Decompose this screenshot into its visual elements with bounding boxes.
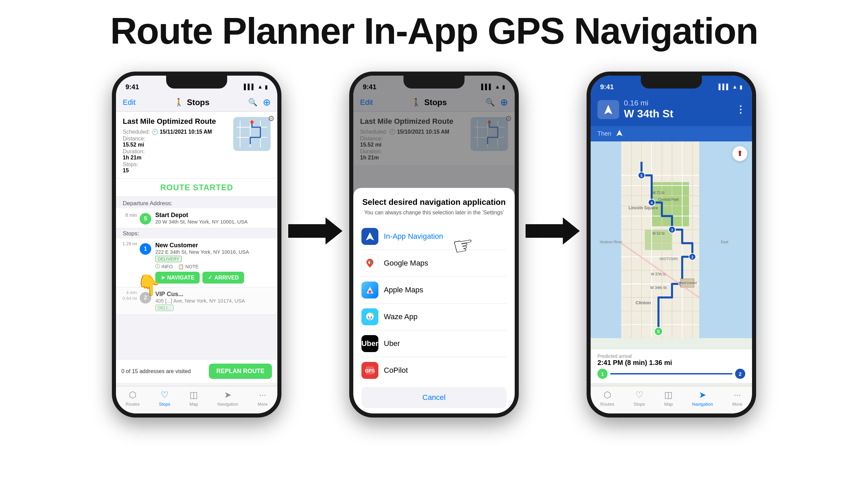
copilot-label: CoPilot bbox=[384, 366, 408, 375]
route-started-banner: ROUTE STARTED bbox=[116, 179, 277, 197]
nav-bottom-info: Predicted arrival 2:41 PM (8 min) 1.36 m… bbox=[591, 349, 752, 383]
stop1-info-links: ⓘ INFO 📋 NOTE bbox=[155, 264, 272, 270]
tab-routes[interactable]: ⬡ Routes bbox=[126, 390, 140, 407]
svg-text:East: East bbox=[721, 240, 728, 244]
route-started-text: ROUTE STARTED bbox=[160, 183, 233, 192]
nav-tab-icon: ➤ bbox=[224, 390, 231, 400]
map3-tab-icon: ◫ bbox=[664, 390, 673, 400]
footer-replan: 0 of 15 addresses are visited REPLAN ROU… bbox=[116, 359, 277, 383]
tab3-navigation[interactable]: ➤ Navigation bbox=[692, 390, 713, 407]
stop1-info: New Customer 222 E 34th St, New York, NY… bbox=[155, 242, 272, 284]
start-depot-info: Start Depot 20 W 34th St, New York, NY 1… bbox=[155, 212, 272, 225]
arrow1-container bbox=[281, 217, 349, 245]
cancel-button[interactable]: Cancel bbox=[361, 387, 507, 408]
phone1-time: 9:41 bbox=[125, 83, 139, 91]
search-icon[interactable]: 🔍 bbox=[248, 98, 257, 107]
stop1-tag: DELIVERY bbox=[155, 256, 182, 262]
svg-text:Hudson River: Hudson River bbox=[600, 240, 622, 244]
waze-icon bbox=[361, 308, 379, 325]
add-icon[interactable]: ⊕ bbox=[263, 97, 271, 108]
svg-point-21 bbox=[368, 317, 369, 318]
route-info-left: Last Mile Optimized Route Scheduled: 🕙 1… bbox=[123, 117, 216, 174]
nav-then-text: Then bbox=[597, 130, 611, 137]
tab3-routes[interactable]: ⬡ Routes bbox=[600, 390, 614, 407]
info-label: INFO bbox=[162, 264, 173, 269]
start-depot-item: 8 min S Start Depot 20 W 34th St, New Yo… bbox=[116, 208, 277, 228]
nav-map: S 1 2 3 4 5 W 34th St W 37th St bbox=[591, 142, 752, 338]
stops-tab-label: Stops bbox=[159, 402, 170, 407]
distance-value: 15.52 mi bbox=[123, 142, 144, 147]
nav-more-dots[interactable]: ⋮ bbox=[736, 104, 745, 115]
svg-rect-34 bbox=[652, 182, 689, 226]
svg-text:Central Park: Central Park bbox=[658, 197, 679, 202]
tab-navigation[interactable]: ➤ Navigation bbox=[217, 390, 238, 407]
more3-tab-label: More bbox=[732, 402, 743, 407]
phone1-notch bbox=[166, 76, 227, 89]
wp-end: 2 bbox=[735, 369, 745, 379]
nav-option-google[interactable]: Google Maps bbox=[361, 250, 507, 277]
departure-label: Departure Address: bbox=[116, 197, 277, 208]
clock-icon: 🕙 bbox=[152, 129, 160, 135]
tab-stops[interactable]: ♡ Stops bbox=[159, 390, 170, 407]
phone3-time: 9:41 bbox=[600, 83, 614, 91]
svg-text:Clinton: Clinton bbox=[636, 300, 651, 305]
gear-icon[interactable]: ⚙ bbox=[268, 114, 275, 123]
stop1-dist-label: 1.29 mi bbox=[117, 241, 137, 247]
signal-icon: ▌▌▌ bbox=[244, 84, 255, 90]
nav-option-inapp[interactable]: In-App Navigation bbox=[361, 223, 507, 250]
svg-text:2: 2 bbox=[691, 255, 693, 259]
svg-point-22 bbox=[371, 317, 372, 318]
replan-button[interactable]: REPLAN ROUTE bbox=[209, 363, 272, 379]
tab3-stops[interactable]: ♡ Stops bbox=[634, 390, 645, 407]
svg-marker-28 bbox=[617, 130, 622, 136]
arrived-label: ARRIVED bbox=[214, 275, 239, 281]
nav-street: W 34th St bbox=[624, 107, 731, 120]
google-maps-icon bbox=[361, 255, 379, 272]
routes3-tab-label: Routes bbox=[600, 402, 614, 407]
nav-option-waze[interactable]: Waze App bbox=[361, 304, 507, 330]
scheduled-date: 15/11/2021 bbox=[160, 129, 187, 135]
tab3-more[interactable]: ··· More bbox=[732, 390, 743, 407]
navigate-button[interactable]: ➤ NAVIGATE bbox=[155, 272, 200, 284]
svg-text:W 34th St: W 34th St bbox=[650, 286, 666, 290]
tab3-map[interactable]: ◫ Map bbox=[664, 390, 673, 407]
signal-icon3: ▌▌▌ bbox=[719, 84, 730, 90]
routes-tab-label: Routes bbox=[126, 402, 140, 407]
note-link[interactable]: 📋 NOTE bbox=[178, 264, 198, 270]
nav3-tab-icon: ➤ bbox=[699, 390, 706, 400]
svg-point-23 bbox=[371, 313, 373, 315]
start-badge: S bbox=[140, 213, 151, 225]
dialog-subtitle: You can always change this selection lat… bbox=[361, 209, 507, 216]
dialog-title: Select desired navigation application bbox=[361, 197, 507, 207]
nav-option-apple[interactable]: Apple Maps bbox=[361, 277, 507, 304]
navigate-label: NAVIGATE bbox=[167, 275, 194, 281]
nav-then-arrow-icon bbox=[616, 129, 623, 139]
edit-button[interactable]: Edit bbox=[123, 98, 136, 107]
stops3-tab-label: Stops bbox=[634, 402, 645, 407]
scheduled-row: Scheduled: 🕙 15/11/2021 10:15 AM bbox=[123, 129, 216, 135]
svg-text:GPS: GPS bbox=[365, 368, 375, 373]
svg-point-19 bbox=[369, 290, 371, 293]
scheduled-label: Scheduled: bbox=[123, 129, 150, 135]
arrived-button[interactable]: ✓ ARRIVED bbox=[203, 272, 244, 284]
nav-option-copilot[interactable]: GPS CoPilot bbox=[361, 357, 507, 383]
nav-option-uber[interactable]: Uber Uber bbox=[361, 330, 507, 357]
route-name: Last Mile Optimized Route bbox=[123, 117, 216, 126]
stop1-badge: 1 bbox=[140, 243, 151, 255]
nav-then-bar: Then bbox=[591, 126, 752, 142]
phone2-notch bbox=[403, 76, 465, 89]
map-svg: S 1 2 3 4 5 W 34th St W 37th St bbox=[591, 142, 752, 338]
phone3-screen: 9:41 ▌▌▌ ▲ ▮ 0.16 mi bbox=[591, 76, 752, 413]
nav3-tab-label: Navigation bbox=[692, 402, 713, 407]
google-maps-label: Google Maps bbox=[384, 259, 428, 268]
tab-more[interactable]: ··· More bbox=[258, 390, 268, 407]
phone1-screen: 9:41 ▌▌▌ ▲ ▮ Edit 🚶 Stops 🔍 bbox=[116, 76, 277, 413]
tab-map[interactable]: ◫ Map bbox=[189, 390, 198, 407]
replan-count: 0 of 15 addresses are visited bbox=[121, 368, 191, 374]
nav-header-info: 0.16 mi W 34th St bbox=[624, 99, 731, 120]
svg-text:4: 4 bbox=[651, 201, 653, 205]
direction-arrow-box bbox=[597, 100, 619, 119]
info-link[interactable]: ⓘ INFO bbox=[155, 264, 173, 270]
start-depot-name: Start Depot bbox=[155, 212, 272, 219]
routes3-tab-icon: ⬡ bbox=[603, 390, 611, 400]
